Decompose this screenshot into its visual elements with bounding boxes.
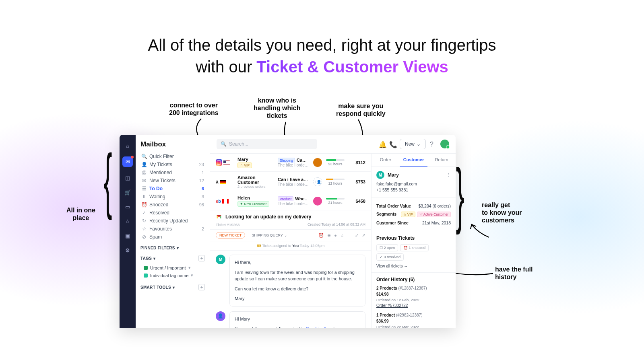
amazon-icon: a (216, 179, 219, 185)
flag-icon (223, 160, 230, 165)
add-smart-button[interactable]: + (198, 284, 205, 290)
help-icon[interactable]: ? (430, 141, 436, 147)
order-history-item: 1 Product (#2982-12387) $36.99Ordered on… (376, 313, 451, 328)
customer-phone: +1 555 555 9381 (376, 187, 451, 192)
order-link[interactable]: Order #57302722 (376, 303, 451, 309)
smart-tools-header[interactable]: SMART TOOLS ▾+ (140, 284, 205, 290)
callout-handling: know who is handling which tickets (254, 97, 300, 120)
topbar: 🔍Search... 🔔 📞 New⌄ ? (210, 135, 456, 154)
search-input[interactable]: 🔍Search... (217, 139, 317, 149)
bell-icon[interactable]: 🔔 (379, 141, 385, 147)
clock-icon[interactable]: ⏰ (318, 233, 324, 238)
open-ticket: Looking for an update on my delivery Tic… (210, 210, 371, 328)
customer-name: Mary (388, 172, 399, 178)
user-avatar[interactable] (440, 140, 449, 148)
avatar-customer: M (216, 255, 225, 264)
expand-icon[interactable]: ⤢ (355, 233, 359, 238)
sidebar-item-to-do[interactable]: ☰To Do6 (140, 185, 205, 193)
instagram-icon (216, 159, 222, 166)
flag-icon (220, 180, 226, 184)
assignee-chip[interactable]: ● (334, 233, 337, 238)
sidebar-item-mentioned[interactable]: @Mentioned1 (140, 169, 205, 177)
brace-left: { (104, 138, 112, 222)
headline: All of the details you need, right at yo… (0, 0, 644, 78)
view-all-tickets-link[interactable]: View all tickets → (376, 264, 451, 268)
automation-icon[interactable]: ⚙ (124, 247, 131, 254)
tag-icon[interactable]: ⊕ (327, 233, 331, 238)
sidebar-title: Mailbox (140, 140, 205, 148)
home-icon[interactable]: ⌂ (124, 142, 131, 149)
star-icon[interactable]: ☆ (124, 218, 131, 225)
pinned-filters-header[interactable]: PINNED FILTERS ▾ (140, 246, 205, 250)
contacts-icon[interactable]: ▣ (124, 232, 131, 239)
callout-all-in-one: All in one place (66, 206, 95, 222)
tracking-link[interactable]: #tracking# (305, 326, 326, 328)
tag-0[interactable]: Urgent / Important ▾ (140, 264, 205, 272)
ticket-row[interactable]: Mary☆ VIP ShippingCan you send the...The… (210, 154, 371, 172)
tab-return[interactable]: Return (427, 154, 456, 167)
chevron-down-icon: ⌄ (417, 141, 421, 147)
ticket-title: Looking for an update on my delivery (225, 214, 311, 220)
ticket-action-icons: ⏰ ⊕ ● ☆ ⋯ ⤢ ↗ (318, 233, 365, 238)
mailbox-icon[interactable]: ✉ (122, 156, 133, 167)
chat-icon[interactable]: ▭ (124, 203, 131, 210)
tab-order[interactable]: Order (372, 154, 400, 167)
ticket-row[interactable]: a Amazon Customer2 previous orders Can i… (210, 172, 371, 192)
callout-history: have the full history (495, 265, 533, 281)
gmail-icon (216, 214, 222, 220)
assign-icon[interactable]: +👤 (313, 177, 322, 186)
ticket-chip[interactable]: ✓ 9 resolved (376, 253, 404, 261)
new-ticket-pill[interactable]: NEW TICKET (216, 232, 245, 239)
phone-icon[interactable]: 📞 (389, 141, 396, 147)
order-history-item: 2 Products (#12837-12387) $14.98Ordered … (376, 286, 451, 309)
segment-vip: ☆ VIP (401, 212, 415, 217)
share-icon[interactable]: ↗ (362, 233, 365, 238)
ticket-id: Ticket #19263 (216, 222, 239, 227)
order-history-heading: Order History (6) (376, 277, 451, 282)
cart-icon[interactable]: 🛒 (124, 189, 131, 196)
sidebar-item-quick-filter[interactable]: 🔍Quick Filter (140, 152, 205, 160)
ebay-icon: eb (216, 199, 221, 204)
app-window: ⌂ ✉ ◫ 🛒 ▭ ☆ ▣ ⚙ Mailbox 🔍Quick Filter👤My… (120, 135, 456, 328)
previous-tickets-heading: Previous Tickets (376, 235, 451, 241)
assigned-banner: 🎫 Ticket assigned to You Today 12:05pm (210, 241, 371, 251)
ticket-created: Created Today at 14:56 at 08:32 AM (308, 222, 365, 226)
analytics-icon[interactable]: ◫ (124, 174, 131, 181)
brace-right: { (456, 153, 464, 236)
shipping-query-pill[interactable]: SHIPPING QUERY ⌄ (248, 232, 290, 238)
ticket-row[interactable]: eb Helen✦ New Customer ProductWhere is m… (210, 192, 371, 210)
callout-respond: make sure you respond quickly (336, 102, 386, 117)
sidebar-item-spam[interactable]: ⊘Spam (140, 233, 205, 241)
assignee-avatar[interactable] (313, 197, 322, 206)
assignee-avatar[interactable] (313, 158, 322, 167)
callout-know: really get to know your customers (482, 201, 522, 224)
message-customer: M Hi there, I am leaving town for the we… (216, 255, 365, 306)
sidebar-item-new-tickets[interactable]: ✉New Tickets12 (140, 177, 205, 185)
sidebar-item-resolved[interactable]: ✓Resolved (140, 209, 205, 217)
ticket-chip[interactable]: ☐ 2 open (376, 244, 398, 251)
sidebar: Mailbox 🔍Quick Filter👤My Tickets23@Menti… (136, 135, 210, 328)
add-tag-button[interactable]: + (198, 255, 205, 261)
right-panel: Order Customer Return M Mary ⋮ fake.fake… (371, 154, 456, 328)
callout-integrations: connect to over 200 integrations (169, 101, 219, 117)
sidebar-item-my-tickets[interactable]: 👤My Tickets23 (140, 160, 205, 169)
ticket-list: Mary☆ VIP ShippingCan you send the...The… (210, 154, 371, 210)
tags-header[interactable]: TAGS ▾+ (140, 255, 205, 261)
new-button[interactable]: New⌄ (400, 139, 426, 149)
more-icon[interactable]: ⋯ (347, 233, 352, 238)
sidebar-item-recently-updated[interactable]: ↻Recently Updated (140, 217, 205, 225)
customer-email[interactable]: fake.fake@gmail.com (376, 181, 451, 186)
customer-more-icon[interactable]: ⋮ (446, 173, 451, 178)
sidebar-item-favourites[interactable]: ☆Favourites2 (140, 225, 205, 233)
sidebar-item-snoozed[interactable]: ⏰Snoozed98 (140, 201, 205, 209)
tag-1[interactable]: Individual tag name ▾ (140, 272, 205, 279)
flag-icon (222, 199, 229, 204)
tab-customer[interactable]: Customer (400, 154, 428, 167)
sidebar-item-waiting[interactable]: ⏸Waiting3 (140, 193, 205, 201)
star-toggle[interactable]: ☆ (340, 233, 344, 238)
context-tabs: Order Customer Return (372, 154, 456, 167)
message-agent: 👤 Hi Mary You can follow your delivery v… (216, 311, 365, 328)
ticket-chip[interactable]: ⏰ 1 snoozed (400, 244, 429, 251)
search-icon: 🔍 (221, 141, 227, 147)
avatar-agent: 👤 (216, 311, 225, 321)
